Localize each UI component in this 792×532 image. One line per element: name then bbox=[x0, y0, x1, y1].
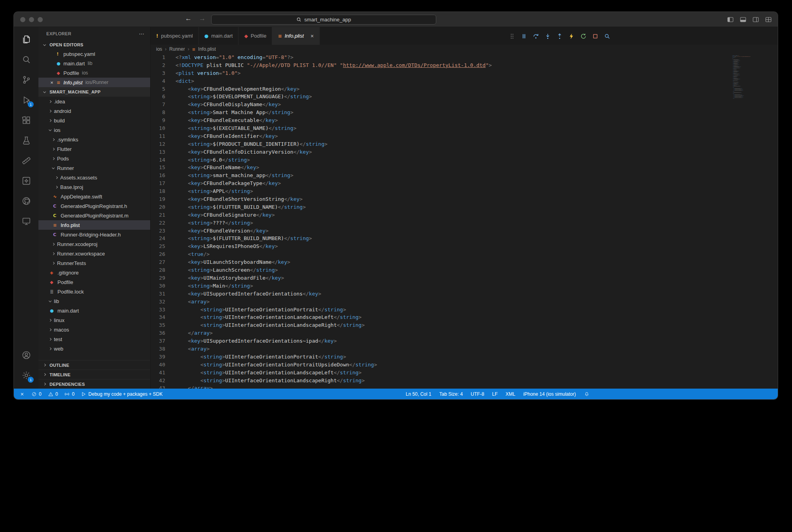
toggle-sidebar-icon[interactable] bbox=[727, 16, 734, 23]
code-line[interactable]: 26 <true/> bbox=[151, 250, 778, 258]
code-line[interactable]: 23 <key>CFBundleVersion</key> bbox=[151, 227, 778, 235]
tab-info-plist[interactable]: ≡Info.plist× bbox=[272, 27, 320, 45]
activity-accounts-icon[interactable] bbox=[17, 345, 36, 365]
tab-podfile[interactable]: ◆Podfile bbox=[239, 27, 272, 45]
code-line[interactable]: 9 <key>CFBundleExecutable</key> bbox=[151, 116, 778, 124]
tree-item-flutter[interactable]: Flutter bbox=[38, 144, 150, 154]
activity-run-debug-icon[interactable]: 1 bbox=[17, 90, 36, 110]
command-center[interactable]: smart_machine_app bbox=[211, 15, 436, 25]
activity-remote-explorer-icon[interactable] bbox=[17, 211, 36, 231]
code-line[interactable]: 22 <string>????</string> bbox=[151, 219, 778, 227]
status-cursor-position[interactable]: Ln 50, Col 1 bbox=[402, 389, 435, 399]
tab-main-dart[interactable]: ●main.dart bbox=[199, 27, 239, 45]
status-eol[interactable]: LF bbox=[488, 389, 502, 399]
status-ports-count[interactable]: 0 bbox=[61, 389, 78, 399]
tree-item-podfile[interactable]: ◆Podfile bbox=[38, 277, 150, 287]
code-line[interactable]: 29 <key>UIMainStoryboardFile</key> bbox=[151, 274, 778, 282]
code-line[interactable]: 38 <array> bbox=[151, 345, 778, 353]
hot-reload-button[interactable] bbox=[567, 31, 576, 41]
tree-item-generatedpluginregistrant-m[interactable]: CGeneratedPluginRegistrant.m bbox=[38, 211, 150, 220]
tree-item-runner-xcodeproj[interactable]: Runner.xcodeproj bbox=[38, 239, 150, 249]
code-line[interactable]: 12 <string>$(PRODUCT_BUNDLE_IDENTIFIER)<… bbox=[151, 140, 778, 148]
activity-source-control-icon[interactable] bbox=[17, 70, 36, 90]
tree-item-android[interactable]: android bbox=[38, 106, 150, 116]
code-line[interactable]: 1<?xml version="1.0" encoding="UTF-8"?> bbox=[151, 53, 778, 61]
code-line[interactable]: 16 <string>smart_machine_app</string> bbox=[151, 172, 778, 179]
code-editor[interactable]: 1<?xml version="1.0" encoding="UTF-8"?>2… bbox=[151, 53, 778, 389]
code-line[interactable]: 5 <key>CFBundleDevelopmentRegion</key> bbox=[151, 85, 778, 93]
tab-pubspec-yaml[interactable]: !pubspec.yaml bbox=[151, 27, 199, 45]
activity-ruler-icon[interactable] bbox=[17, 151, 36, 171]
tree-item-appdelegate-swift[interactable]: ∿AppDelegate.swift bbox=[38, 192, 150, 201]
code-line[interactable]: 24 <string>$(FLUTTER_BUILD_NUMBER)</stri… bbox=[151, 235, 778, 242]
status-warnings-count[interactable]: 0 bbox=[45, 389, 61, 399]
code-line[interactable]: 20 <string>$(FLUTTER_BUILD_NAME)</string… bbox=[151, 203, 778, 211]
tree-item-runner[interactable]: Runner bbox=[38, 163, 150, 173]
tree-item-lib[interactable]: lib bbox=[38, 296, 150, 306]
activity-settings-icon[interactable]: 1 bbox=[17, 365, 36, 385]
code-line[interactable]: 19 <key>CFBundleShortVersionString</key> bbox=[151, 195, 778, 203]
code-line[interactable]: 33 <string>UIInterfaceOrientationPortrai… bbox=[151, 306, 778, 314]
code-line[interactable]: 35 <string>UIInterfaceOrientationLandsca… bbox=[151, 321, 778, 329]
tree-item-gitignore[interactable]: ◈.gitignore bbox=[38, 268, 150, 277]
back-button[interactable]: ← bbox=[185, 15, 192, 23]
tree-item-main-dart[interactable]: ●main.dart bbox=[38, 306, 150, 315]
tree-item-pods[interactable]: Pods bbox=[38, 154, 150, 163]
code-line[interactable]: 21 <key>CFBundleSignature</key> bbox=[151, 211, 778, 219]
open-editors-header[interactable]: OPEN EDITORS bbox=[38, 40, 150, 49]
code-line[interactable]: 31 <key>UISupportedInterfaceOrientations… bbox=[151, 290, 778, 298]
code-line[interactable]: 39 <string>UIInterfaceOrientationPortrai… bbox=[151, 353, 778, 361]
status-errors-count[interactable]: 0 bbox=[28, 389, 45, 399]
section-dependencies[interactable]: DEPENDENCIES bbox=[38, 379, 150, 389]
code-line[interactable]: 13 <key>CFBundleInfoDictionaryVersion</k… bbox=[151, 148, 778, 156]
code-line[interactable]: 43 </array> bbox=[151, 384, 778, 389]
tree-item-podfile-lock[interactable]: ≣Podfile.lock bbox=[38, 287, 150, 296]
open-editor-info-plist[interactable]: ×≡Info.plistios/Runner bbox=[38, 78, 150, 87]
open-editor-podfile[interactable]: ◆Podfileios bbox=[38, 68, 150, 78]
tree-item-base-lproj[interactable]: Base.lproj bbox=[38, 182, 150, 192]
code-line[interactable]: 14 <string>6.0</string> bbox=[151, 156, 778, 164]
activity-testing-icon[interactable] bbox=[17, 130, 36, 151]
code-line[interactable]: 41 <string>UIInterfaceOrientationLandsca… bbox=[151, 369, 778, 377]
tree-item-ios[interactable]: ios bbox=[38, 125, 150, 135]
minimize-window-button[interactable] bbox=[29, 17, 34, 22]
code-line[interactable]: 11 <key>CFBundleIdentifier</key> bbox=[151, 132, 778, 140]
step-into-button[interactable] bbox=[543, 31, 552, 41]
code-line[interactable]: 25 <key>LSRequiresIPhoneOS</key> bbox=[151, 242, 778, 250]
forward-button[interactable]: → bbox=[199, 15, 206, 23]
stop-button[interactable] bbox=[590, 31, 600, 41]
code-line[interactable]: 8 <string>Smart Machine App</string> bbox=[151, 109, 778, 116]
activity-github-icon[interactable] bbox=[17, 191, 36, 211]
code-line[interactable]: 30 <string>Main</string> bbox=[151, 282, 778, 290]
tree-item-runnertests[interactable]: RunnerTests bbox=[38, 258, 150, 268]
open-editor-pubspec-yaml[interactable]: !pubspec.yaml bbox=[38, 49, 150, 59]
tree-item-build[interactable]: build bbox=[38, 116, 150, 125]
restart-button[interactable] bbox=[578, 31, 588, 41]
close-window-button[interactable] bbox=[20, 17, 25, 22]
activity-search-icon[interactable] bbox=[17, 50, 36, 70]
code-line[interactable]: 2<!DOCTYPE plist PUBLIC "-//Apple//DTD P… bbox=[151, 61, 778, 69]
code-line[interactable]: 32 <array> bbox=[151, 298, 778, 306]
activity-settings-box-icon[interactable] bbox=[17, 171, 36, 191]
open-editor-main-dart[interactable]: ●main.dartlib bbox=[38, 59, 150, 68]
step-over-button[interactable] bbox=[531, 31, 540, 41]
tree-item-runner-xcworkspace[interactable]: Runner.xcworkspace bbox=[38, 249, 150, 258]
code-line[interactable]: 40 <string>UIInterfaceOrientationPortrai… bbox=[151, 361, 778, 369]
status-debug-config[interactable]: Debug my code + packages + SDK bbox=[78, 389, 166, 399]
tree-item-generatedpluginregistrant-h[interactable]: CGeneratedPluginRegistrant.h bbox=[38, 201, 150, 211]
toggle-secondary-sidebar-icon[interactable] bbox=[752, 16, 760, 23]
code-line[interactable]: 37 <key>UISupportedInterfaceOrientations… bbox=[151, 337, 778, 345]
close-icon[interactable]: × bbox=[311, 33, 314, 39]
code-line[interactable]: 27 <key>UILaunchStoryboardName</key> bbox=[151, 258, 778, 266]
code-line[interactable]: 42 <string>UIInterfaceOrientationLandsca… bbox=[151, 377, 778, 385]
section-outline[interactable]: OUTLINE bbox=[38, 360, 150, 370]
tree-item-web[interactable]: web bbox=[38, 344, 150, 353]
code-line[interactable]: 7 <key>CFBundleDisplayName</key> bbox=[151, 101, 778, 109]
code-line[interactable]: 4<dict> bbox=[151, 77, 778, 85]
status-device-selector[interactable]: iPhone 14 (ios simulator) bbox=[519, 389, 580, 399]
status-indentation[interactable]: Tab Size: 4 bbox=[435, 389, 467, 399]
inspector-button[interactable] bbox=[602, 31, 612, 41]
customize-layout-icon[interactable] bbox=[765, 16, 772, 23]
activity-explorer-icon[interactable] bbox=[17, 29, 36, 50]
project-root-header[interactable]: SMART_MACHINE_APP bbox=[38, 87, 150, 97]
